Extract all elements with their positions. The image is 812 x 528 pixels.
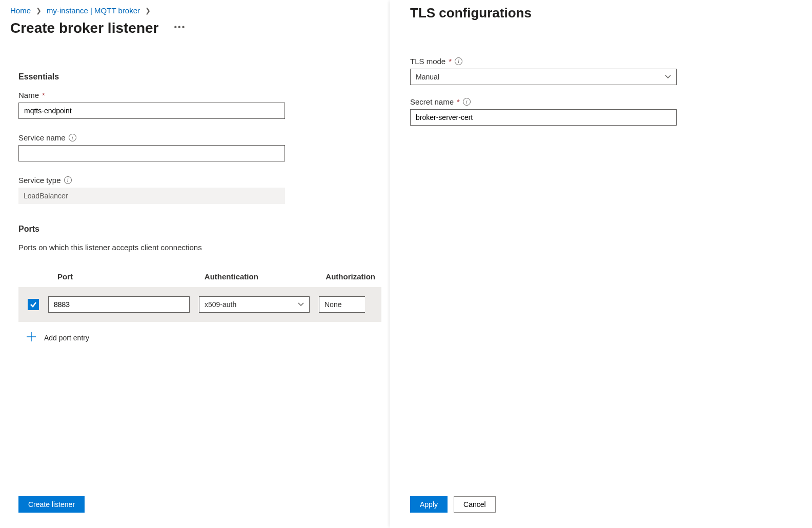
info-icon[interactable]: i xyxy=(69,134,76,141)
name-input[interactable] xyxy=(18,103,285,119)
port-number-input[interactable] xyxy=(48,296,190,313)
info-icon[interactable]: i xyxy=(455,57,462,65)
create-listener-button[interactable]: Create listener xyxy=(18,496,85,513)
ports-description: Ports on which this listener accepts cli… xyxy=(18,243,381,252)
info-icon[interactable]: i xyxy=(64,176,72,184)
breadcrumb-home[interactable]: Home xyxy=(10,6,31,15)
authentication-select[interactable]: x509-auth xyxy=(199,296,310,313)
essentials-heading: Essentials xyxy=(18,72,381,82)
add-port-entry-button[interactable]: Add port entry xyxy=(18,322,381,353)
add-port-entry-label: Add port entry xyxy=(44,334,89,342)
name-label: Name xyxy=(18,91,39,99)
ports-col-port: Port xyxy=(57,272,205,281)
tls-mode-select[interactable]: Manual xyxy=(410,69,677,85)
port-row-checkbox[interactable] xyxy=(28,299,39,310)
more-menu-icon[interactable]: ••• xyxy=(171,19,189,35)
authentication-value: x509-auth xyxy=(205,300,236,309)
secret-name-input[interactable] xyxy=(410,109,677,126)
breadcrumb: Home ❯ my-instance | MQTT broker ❯ xyxy=(10,5,390,18)
required-asterisk: * xyxy=(457,97,460,106)
service-name-input[interactable] xyxy=(18,145,285,161)
side-panel-title: TLS configurations xyxy=(410,5,791,21)
plus-icon xyxy=(26,331,37,344)
apply-button[interactable]: Apply xyxy=(410,496,448,513)
service-type-input xyxy=(18,188,285,204)
service-type-label: Service type xyxy=(18,176,61,185)
required-asterisk: * xyxy=(42,91,45,99)
cancel-button[interactable]: Cancel xyxy=(454,496,496,513)
breadcrumb-instance[interactable]: my-instance | MQTT broker xyxy=(47,6,140,15)
ports-col-authz: Authorization xyxy=(326,272,375,281)
chevron-right-icon: ❯ xyxy=(145,7,151,14)
ports-col-auth: Authentication xyxy=(205,272,326,281)
authorization-select[interactable]: None xyxy=(319,296,365,313)
ports-heading: Ports xyxy=(18,225,381,234)
page-title: Create broker listener xyxy=(10,20,158,36)
secret-name-label: Secret name xyxy=(410,97,454,106)
check-icon xyxy=(30,301,37,308)
required-asterisk: * xyxy=(449,57,452,66)
chevron-right-icon: ❯ xyxy=(36,7,42,14)
authorization-value: None xyxy=(324,300,341,309)
tls-mode-label: TLS mode xyxy=(410,57,445,66)
tls-mode-value: Manual xyxy=(416,73,439,81)
info-icon[interactable]: i xyxy=(463,98,471,106)
service-name-label: Service name xyxy=(18,133,66,142)
port-row: x509-auth None xyxy=(18,287,381,322)
